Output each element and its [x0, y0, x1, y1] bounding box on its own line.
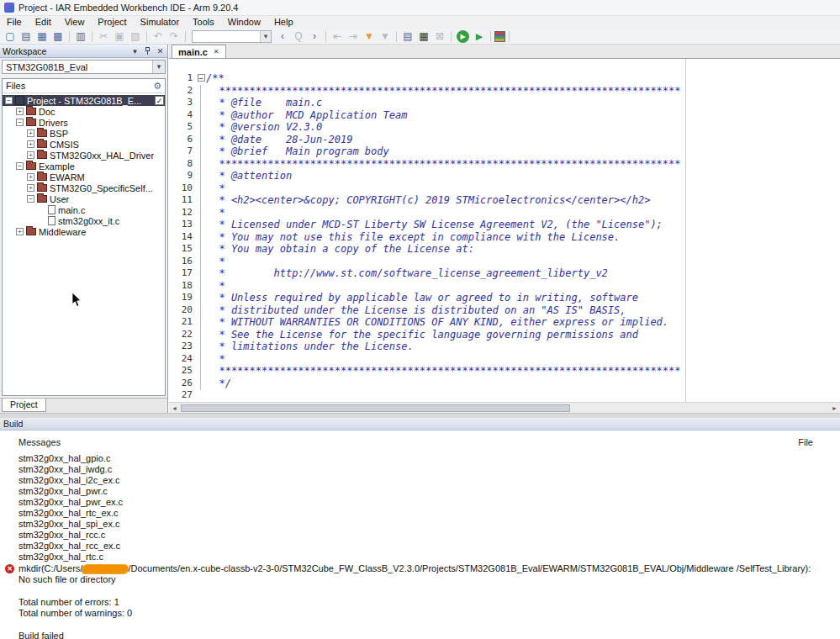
- tree-item-project-stm32g081b-e[interactable]: −Project - STM32G081B_E...✓: [3, 95, 165, 106]
- editor-hscrollbar[interactable]: ◄ ►: [169, 402, 840, 413]
- code-line: 6 * @date 28-Jun-2019: [169, 134, 840, 146]
- build-message[interactable]: stm32g0xx_hal_gpio.c: [18, 453, 828, 464]
- nav-backward-icon[interactable]: ⇤: [330, 29, 345, 43]
- tree-item-bsp[interactable]: +BSP: [3, 128, 165, 139]
- fold-margin: [200, 378, 207, 390]
- tree-item-doc[interactable]: +Doc: [3, 106, 165, 117]
- build-message[interactable]: stm32g0xx_hal_pwr.c: [18, 486, 828, 497]
- tree-item-stm32g0xx-hal-driver[interactable]: +STM32G0xx_HAL_Driver: [3, 150, 165, 161]
- expand-icon[interactable]: +: [27, 151, 34, 159]
- code-line: 20 * distributed under the License is di…: [169, 304, 840, 317]
- chevron-down-icon[interactable]: ▾: [152, 61, 165, 73]
- cspy-stack-icon[interactable]: [494, 31, 505, 42]
- editor-code[interactable]: 1−/**2 *********************************…: [169, 59, 840, 402]
- tree-item-example[interactable]: −Example: [3, 161, 165, 172]
- nav-forward-icon[interactable]: ⇥: [346, 29, 361, 43]
- build-message[interactable]: stm32g0xx_hal_rcc.c: [18, 530, 828, 541]
- collapse-icon[interactable]: −: [27, 195, 34, 203]
- fold-margin: [196, 389, 208, 402]
- tree-item-stm32g0-specificself[interactable]: +STM32G0_SpecificSelf...: [3, 182, 165, 193]
- new-file-icon[interactable]: ▢: [3, 29, 18, 43]
- paste-icon[interactable]: ▧: [128, 29, 143, 43]
- save-icon[interactable]: ▦: [34, 29, 50, 43]
- scroll-left-icon[interactable]: ◄: [169, 405, 180, 411]
- build-message[interactable]: stm32g0xx_hal_pwr_ex.c: [18, 497, 828, 508]
- expand-icon[interactable]: +: [27, 140, 34, 148]
- tree-item-drivers[interactable]: −Drivers: [3, 117, 165, 128]
- tab-close-icon[interactable]: ✕: [214, 48, 219, 55]
- expand-icon[interactable]: +: [27, 129, 34, 137]
- menu-simulator[interactable]: Simulator: [134, 16, 186, 29]
- undo-icon[interactable]: ↶: [151, 29, 166, 43]
- line-number: 22: [169, 329, 196, 341]
- find-prev-icon[interactable]: ‹: [275, 29, 290, 43]
- tree-item-middleware[interactable]: +Middleware: [3, 226, 165, 237]
- build-message[interactable]: stm32g0xx_hal_spi_ex.c: [18, 519, 828, 530]
- menu-project[interactable]: Project: [91, 16, 133, 29]
- redo-icon[interactable]: ↷: [166, 29, 182, 43]
- menu-file[interactable]: File: [0, 16, 29, 29]
- print-icon[interactable]: ▥: [73, 29, 88, 43]
- build-error-row[interactable]: ✕ mkdir(C:/Users//Documents/en.x-cube-cl…: [5, 563, 825, 585]
- code-line: 15 * You may obtain a copy of the Licens…: [169, 243, 840, 256]
- tab-main-c[interactable]: main.c ✕: [172, 45, 226, 58]
- menu-view[interactable]: View: [58, 16, 92, 29]
- expand-icon[interactable]: +: [27, 184, 34, 192]
- collapse-icon[interactable]: −: [16, 162, 24, 170]
- tree-item-cmsis[interactable]: +CMSIS: [3, 139, 165, 150]
- chevron-down-icon[interactable]: ▾: [260, 31, 271, 42]
- build-message[interactable]: stm32g0xx_hal_i2c_ex.c: [18, 475, 828, 486]
- find-next-icon[interactable]: ›: [307, 29, 322, 43]
- scroll-right-icon[interactable]: ►: [829, 405, 840, 411]
- build-message[interactable]: stm32g0xx_hal_rtc_ex.c: [18, 508, 828, 519]
- expand-icon[interactable]: +: [16, 108, 24, 115]
- gear-icon[interactable]: ⚙: [153, 81, 161, 92]
- tree-item-user[interactable]: −User: [3, 193, 165, 204]
- pin-icon[interactable]: [143, 47, 152, 55]
- scrollbar-thumb[interactable]: [181, 404, 570, 412]
- save-all-icon[interactable]: ▩: [50, 29, 66, 43]
- expand-icon[interactable]: +: [27, 173, 34, 181]
- download-debug-icon[interactable]: ▶: [457, 30, 469, 43]
- column-file[interactable]: File: [798, 437, 813, 448]
- close-icon[interactable]: ✕: [156, 47, 165, 55]
- find-combo[interactable]: ▾: [192, 30, 272, 43]
- next-bookmark-icon[interactable]: ▼: [378, 29, 393, 43]
- tree-item-stm32g0xx-it-c[interactable]: stm32g0xx_it.c: [3, 215, 165, 226]
- collapse-icon[interactable]: −: [16, 119, 24, 126]
- fold-margin: [200, 170, 207, 182]
- fold-margin: [200, 256, 207, 268]
- compile-icon[interactable]: ▤: [400, 29, 415, 43]
- build-message[interactable]: stm32g0xx_hal_rcc_ex.c: [18, 541, 828, 552]
- config-combo[interactable]: STM32G081B_Eval ▾: [2, 60, 166, 74]
- stop-build-icon[interactable]: ⊠: [432, 29, 447, 43]
- expand-icon[interactable]: +: [16, 228, 24, 235]
- toggle-bookmark-icon[interactable]: ▼: [362, 29, 377, 43]
- line-number: 14: [169, 231, 196, 244]
- line-number: 26: [169, 378, 196, 390]
- code-text: * <h2><center>&copy; COPYRIGHT(c) 2019 S…: [207, 194, 650, 207]
- tree-item-main-c[interactable]: main.c: [3, 204, 165, 215]
- chevron-down-icon[interactable]: ▾: [130, 47, 140, 55]
- cut-icon[interactable]: ✂: [96, 29, 111, 43]
- copy-icon[interactable]: ▣: [112, 29, 127, 43]
- files-panel: Files ⚙ −Project - STM32G081B_E...✓+Doc−…: [2, 78, 166, 396]
- build-message[interactable]: stm32g0xx_hal_rtc.c: [18, 552, 828, 562]
- folder-icon: [37, 129, 47, 137]
- menu-help[interactable]: Help: [267, 16, 300, 29]
- build-message[interactable]: stm32g0xx_hal_iwdg.c: [18, 464, 828, 475]
- search-icon[interactable]: Q: [291, 29, 306, 43]
- tree-item-ewarm[interactable]: +EWARM: [3, 172, 165, 182]
- make-icon[interactable]: ▦: [416, 29, 431, 43]
- menu-tools[interactable]: Tools: [186, 16, 221, 29]
- tab-project[interactable]: Project: [2, 399, 46, 412]
- menu-window[interactable]: Window: [221, 16, 267, 29]
- collapse-icon[interactable]: −: [5, 97, 13, 104]
- fold-collapse-icon[interactable]: −: [198, 74, 205, 82]
- menu-edit[interactable]: Edit: [29, 16, 58, 29]
- debug-without-download-icon[interactable]: ▶: [472, 29, 487, 43]
- open-file-icon[interactable]: ▤: [18, 29, 34, 43]
- fold-margin: [200, 353, 207, 366]
- code-line: 9 * @attention: [169, 170, 840, 182]
- code-text: *: [207, 256, 225, 268]
